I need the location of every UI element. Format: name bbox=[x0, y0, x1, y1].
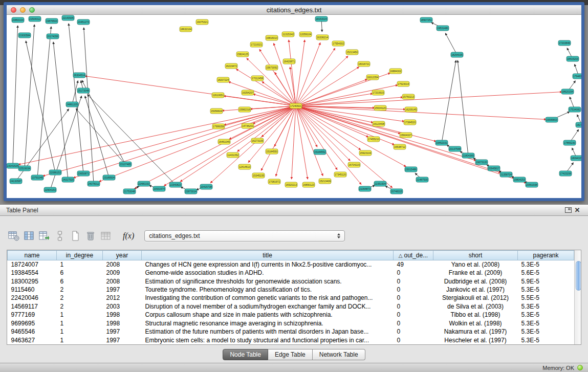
table-cell[interactable]: Structural magnetic resonance image aver… bbox=[142, 319, 394, 327]
tab-network-table[interactable]: Network Table bbox=[313, 349, 365, 360]
graph-node[interactable]: 12414613 bbox=[238, 164, 251, 169]
graph-node[interactable]: 17534082 bbox=[569, 107, 581, 112]
graph-node[interactable]: 16219472 bbox=[225, 63, 237, 69]
table-cell[interactable]: 2009 bbox=[103, 269, 142, 277]
graph-node[interactable]: 15982316 bbox=[238, 107, 251, 112]
graph-node[interactable]: 14736201 bbox=[242, 123, 254, 128]
graph-node[interactable]: 21753048 bbox=[123, 189, 136, 194]
network-graph[interactable]: 1724092116920213170819721534523512414613… bbox=[7, 15, 581, 198]
table-cell[interactable]: Corpus callosum shape and size in male p… bbox=[142, 311, 394, 319]
graph-node[interactable]: 20137548 bbox=[449, 146, 461, 151]
table-cell[interactable]: Stergiakouli et al. (2012) bbox=[433, 294, 518, 302]
table-row[interactable]: 977716911998Corpus callosum shape and si… bbox=[8, 311, 574, 319]
table-cell[interactable]: 1 bbox=[57, 327, 103, 336]
table-cell[interactable]: 0 bbox=[394, 286, 433, 294]
table-cell[interactable]: Investigating the contribution of common… bbox=[142, 294, 394, 302]
graph-edge[interactable] bbox=[445, 33, 457, 55]
graph-node[interactable]: 20561938 bbox=[526, 182, 538, 187]
table-cell[interactable]: 5.3E-5 bbox=[518, 311, 574, 319]
close-panel-icon[interactable]: ✕ bbox=[573, 206, 582, 214]
graph-node[interactable]: 16538712 bbox=[394, 144, 406, 149]
graph-node[interactable]: 16816013 bbox=[266, 35, 278, 40]
table-cell[interactable]: 1 bbox=[57, 311, 103, 319]
graph-node[interactable]: 15923104 bbox=[359, 150, 372, 156]
graph-node[interactable]: 16461045 bbox=[218, 139, 230, 144]
table-cell[interactable]: 5.3E-5 bbox=[518, 260, 574, 269]
table-row[interactable]: 2242004622012Investigating the contribut… bbox=[8, 294, 574, 302]
column-header-name[interactable]: name bbox=[8, 251, 57, 260]
tab-node-table[interactable]: Node Table bbox=[223, 349, 268, 360]
graph-node[interactable]: 16420871 bbox=[283, 59, 295, 64]
graph-node[interactable]: 21540823 bbox=[169, 182, 182, 187]
table-cell[interactable]: 2008 bbox=[103, 260, 142, 269]
table-cell[interactable]: Franke et al. (2009) bbox=[433, 269, 518, 277]
table-row[interactable]: 1830029562008Estimation of significance … bbox=[8, 277, 574, 285]
graph-edge[interactable] bbox=[237, 106, 296, 151]
graph-node[interactable]: 20415738 bbox=[200, 184, 212, 189]
graph-edge[interactable] bbox=[296, 56, 348, 106]
table-cell[interactable]: Jankovic et al. (1997) bbox=[433, 286, 518, 294]
graph-node[interactable]: 18273941 bbox=[576, 122, 581, 127]
table-cell[interactable]: 1997 bbox=[103, 286, 142, 294]
graph-node[interactable]: 16354207 bbox=[242, 90, 254, 95]
graph-node[interactable]: 15056604 bbox=[210, 108, 223, 114]
column-header-year[interactable]: year bbox=[103, 251, 142, 260]
table-cell[interactable]: Disruption of a novel member of a sodium… bbox=[142, 302, 394, 311]
table-cell[interactable]: Wolkin et al. (1998) bbox=[433, 319, 518, 327]
graph-edge[interactable] bbox=[236, 69, 296, 106]
graph-edge[interactable] bbox=[296, 40, 305, 106]
graph-node[interactable]: 20863104 bbox=[12, 17, 24, 23]
table-cell[interactable]: 1998 bbox=[103, 311, 142, 319]
table-cell[interactable]: Dudbridge et al. (2008) bbox=[433, 277, 518, 285]
graph-edge[interactable] bbox=[76, 108, 125, 164]
graph-edge[interactable] bbox=[25, 25, 34, 168]
graph-node[interactable]: 17554302 bbox=[332, 41, 344, 46]
graph-node[interactable]: 17865230 bbox=[563, 140, 576, 145]
network-window-titlebar[interactable]: citations_edges.txt bbox=[7, 5, 581, 15]
graph-edge[interactable] bbox=[84, 28, 94, 184]
table-cell[interactable]: 5.5E-5 bbox=[518, 294, 574, 302]
table-mode-icon[interactable] bbox=[7, 229, 20, 243]
graph-node[interactable]: 15595803 bbox=[546, 117, 558, 122]
graph-edge[interactable] bbox=[296, 97, 403, 106]
graph-node[interactable]: 21504312 bbox=[29, 16, 41, 21]
graph-node[interactable]: 18207224 bbox=[217, 77, 229, 82]
table-cell[interactable]: Changes of HCN gene expression and I(f) … bbox=[142, 260, 394, 269]
graph-node[interactable]: 22519034 bbox=[18, 166, 31, 171]
graph-node[interactable]: 20945817 bbox=[488, 166, 500, 171]
graph-node[interactable]: 21487530 bbox=[416, 177, 428, 182]
table-cell[interactable]: Hescheler et al. (1997) bbox=[433, 336, 518, 344]
graph-node[interactable]: 15184552 bbox=[314, 149, 326, 155]
graph-node[interactable]: 22351904 bbox=[374, 181, 386, 186]
graph-node[interactable]: 19804253 bbox=[513, 177, 526, 182]
graph-node[interactable]: 21064873 bbox=[359, 186, 371, 191]
table-cell[interactable]: 2008 bbox=[103, 277, 142, 285]
graph-node[interactable]: 22086153 bbox=[49, 170, 61, 175]
table-cell[interactable]: 2 bbox=[57, 286, 103, 294]
graph-edge[interactable] bbox=[164, 106, 296, 186]
graph-node[interactable]: 18153024 bbox=[315, 16, 328, 21]
graph-node[interactable]: 15760213 bbox=[402, 94, 415, 99]
graph-node[interactable]: 22480153 bbox=[138, 181, 150, 186]
graph-node[interactable]: 12610651 bbox=[212, 93, 224, 98]
graph-edge[interactable] bbox=[296, 106, 404, 121]
graph-node[interactable]: 18094325 bbox=[571, 156, 581, 161]
table-cell[interactable]: 0 bbox=[394, 269, 433, 277]
graph-node[interactable]: 25173048 bbox=[77, 88, 90, 93]
column-header-pagerank[interactable]: pagerank bbox=[518, 251, 574, 260]
graph-edge[interactable] bbox=[290, 67, 296, 106]
table-cell[interactable]: Tourette syndrome. Phenomenology and cla… bbox=[142, 286, 394, 294]
graph-edge[interactable] bbox=[18, 106, 296, 165]
column-header-short[interactable]: short bbox=[433, 251, 518, 260]
graph-node[interactable]: 16890123 bbox=[302, 182, 315, 187]
table-cell[interactable]: 22420046 bbox=[8, 294, 57, 302]
table-scrollbar[interactable] bbox=[574, 250, 581, 344]
table-row[interactable]: 946362711997Embryonic stem cells: a mode… bbox=[8, 336, 574, 344]
function-builder-button[interactable]: f(x) bbox=[121, 231, 136, 240]
graph-edge[interactable] bbox=[292, 106, 296, 179]
graph-edge[interactable] bbox=[296, 106, 323, 176]
graph-edge[interactable] bbox=[88, 95, 176, 185]
graph-edge[interactable] bbox=[135, 106, 296, 189]
row-tools-icon[interactable] bbox=[53, 229, 67, 243]
delete-column-icon[interactable] bbox=[84, 229, 97, 243]
